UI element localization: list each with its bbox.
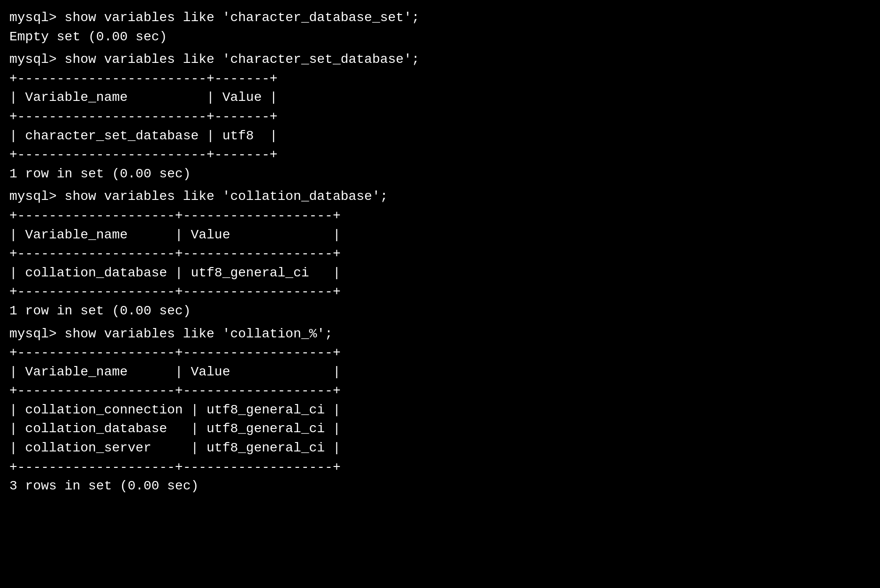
- terminal-line: 3 rows in set (0.00 sec): [9, 477, 871, 496]
- terminal-block-block1: mysql> show variables like 'character_da…: [9, 8, 871, 46]
- terminal-line: | Variable_name | Value |: [9, 363, 871, 382]
- terminal-line: | collation_database | utf8_general_ci |: [9, 420, 871, 439]
- terminal-line: | collation_server | utf8_general_ci |: [9, 439, 871, 458]
- terminal-line: +------------------------+-------+: [9, 145, 871, 165]
- terminal-output: mysql> show variables like 'character_da…: [9, 8, 871, 496]
- terminal-line: +--------------------+------------------…: [9, 283, 871, 302]
- terminal-line: | character_set_database | utf8 |: [9, 127, 871, 146]
- terminal-line: mysql> show variables like 'character_se…: [9, 50, 871, 69]
- terminal-line: | Variable_name | Value |: [9, 226, 871, 245]
- terminal-line: | Variable_name | Value |: [9, 88, 871, 107]
- terminal-line: 1 row in set (0.00 sec): [9, 302, 871, 321]
- terminal-line: +--------------------+------------------…: [9, 458, 871, 477]
- terminal-line: mysql> show variables like 'character_da…: [9, 8, 871, 28]
- terminal-line: 1 row in set (0.00 sec): [9, 165, 871, 184]
- terminal-line: +------------------------+-------+: [9, 107, 871, 127]
- terminal-line: | collation_connection | utf8_general_ci…: [9, 401, 871, 420]
- terminal-block-block2: mysql> show variables like 'character_se…: [9, 50, 871, 183]
- terminal-block-block4: mysql> show variables like 'collation_%'…: [9, 325, 871, 496]
- terminal-block-block3: mysql> show variables like 'collation_da…: [9, 187, 871, 321]
- terminal-line: | collation_database | utf8_general_ci |: [9, 264, 871, 283]
- terminal-line: +--------------------+------------------…: [9, 382, 871, 401]
- terminal-line: mysql> show variables like 'collation_da…: [9, 187, 871, 206]
- terminal-line: Empty set (0.00 sec): [9, 28, 871, 47]
- terminal-line: +--------------------+------------------…: [9, 206, 871, 226]
- terminal-line: +--------------------+------------------…: [9, 244, 871, 264]
- terminal-line: +------------------------+-------+: [9, 69, 871, 89]
- terminal-line: +--------------------+------------------…: [9, 344, 871, 363]
- terminal-line: mysql> show variables like 'collation_%'…: [9, 325, 871, 344]
